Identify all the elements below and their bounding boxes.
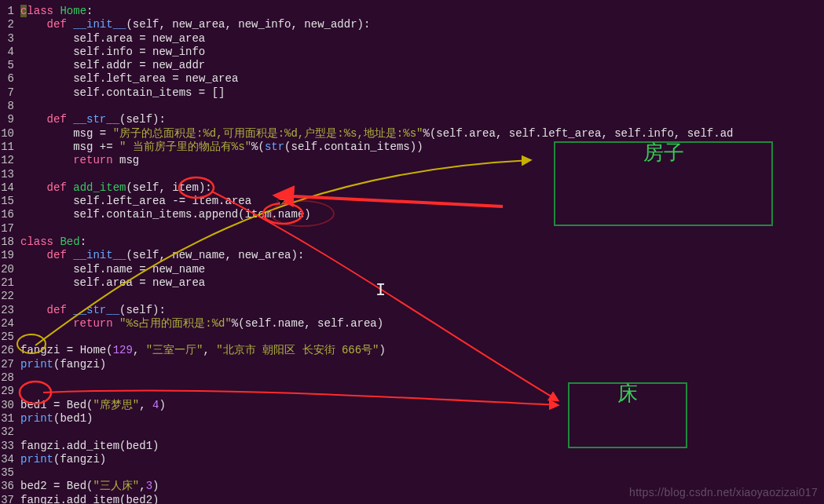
line-number: 6 bbox=[0, 72, 17, 86]
code-line[interactable]: self.contain_items.append(item.name) bbox=[20, 208, 824, 221]
line-number: 20 bbox=[0, 263, 17, 276]
line-number: 3 bbox=[0, 32, 17, 46]
line-number: 1 bbox=[0, 5, 17, 18]
code-line[interactable] bbox=[20, 100, 824, 113]
code-line[interactable]: msg = "房子的总面积是:%d,可用面积是:%d,户型是:%s,地址是:%s… bbox=[20, 127, 824, 141]
code-line[interactable]: self.info = new_info bbox=[20, 46, 824, 59]
code-line[interactable]: return "%s占用的面积是:%d"%(self.name, self.ar… bbox=[20, 317, 824, 331]
line-number: 34 bbox=[0, 453, 17, 466]
line-number: 19 bbox=[0, 249, 17, 262]
code-line[interactable]: class Home: bbox=[20, 5, 824, 18]
line-number: 36 bbox=[0, 480, 17, 493]
line-number: 29 bbox=[0, 385, 17, 398]
code-line[interactable]: fangzi.add_item(bed2) bbox=[20, 494, 824, 504]
line-number: 37 bbox=[0, 494, 17, 504]
code-line[interactable]: def __str__(self): bbox=[20, 304, 824, 317]
code-line[interactable]: class Bed: bbox=[20, 236, 824, 249]
line-number: 35 bbox=[0, 466, 17, 480]
code-line[interactable] bbox=[20, 331, 824, 344]
line-number: 10 bbox=[0, 127, 17, 141]
code-line[interactable]: self.area = new_area bbox=[20, 32, 824, 46]
line-number: 7 bbox=[0, 86, 17, 100]
line-number: 31 bbox=[0, 412, 17, 425]
line-number: 11 bbox=[0, 141, 17, 154]
line-number: 15 bbox=[0, 195, 17, 208]
line-number: 27 bbox=[0, 358, 17, 371]
code-line[interactable] bbox=[20, 425, 824, 439]
code-line[interactable]: bed1 = Bed("席梦思", 4) bbox=[20, 399, 824, 412]
line-number: 23 bbox=[0, 304, 17, 317]
code-line[interactable]: msg += " 当前房子里的物品有%s"%(str(self.contain_… bbox=[20, 141, 824, 154]
code-line[interactable]: self.addr = new_addr bbox=[20, 59, 824, 72]
code-line[interactable]: print(bed1) bbox=[20, 412, 824, 425]
code-line[interactable]: def __init__(self, new_name, new_area): bbox=[20, 249, 824, 262]
line-number: 24 bbox=[0, 317, 17, 331]
line-number: 22 bbox=[0, 290, 17, 303]
line-number: 16 bbox=[0, 208, 17, 221]
line-number: 17 bbox=[0, 222, 17, 236]
line-number: 4 bbox=[0, 46, 17, 59]
line-number: 14 bbox=[0, 181, 17, 195]
code-line[interactable]: fangzi = Home(129, "三室一厅", "北京市 朝阳区 长安街 … bbox=[20, 344, 824, 357]
code-line[interactable] bbox=[20, 371, 824, 385]
code-line[interactable] bbox=[20, 385, 824, 398]
code-editor[interactable]: 1234567891011121314151617181920212223242… bbox=[0, 0, 824, 504]
line-number: 8 bbox=[0, 100, 17, 113]
code-line[interactable]: def add_item(self, item): bbox=[20, 181, 824, 195]
code-line[interactable]: self.area = new_area bbox=[20, 276, 824, 290]
line-number: 32 bbox=[0, 425, 17, 439]
code-line[interactable] bbox=[20, 222, 824, 236]
line-number-gutter: 1234567891011121314151617181920212223242… bbox=[0, 0, 17, 504]
code-line[interactable]: print(fangzi) bbox=[20, 453, 824, 466]
code-line[interactable]: def __init__(self, new_area, new_info, n… bbox=[20, 18, 824, 31]
code-line[interactable]: print(fangzi) bbox=[20, 358, 824, 371]
code-line[interactable]: def __str__(self): bbox=[20, 113, 824, 126]
line-number: 26 bbox=[0, 344, 17, 357]
line-number: 33 bbox=[0, 440, 17, 453]
line-number: 13 bbox=[0, 168, 17, 181]
code-line[interactable] bbox=[20, 290, 824, 303]
line-number: 30 bbox=[0, 399, 17, 412]
code-line[interactable]: self.left_area = new_area bbox=[20, 72, 824, 86]
code-line[interactable]: self.name = new_name bbox=[20, 263, 824, 276]
line-number: 9 bbox=[0, 113, 17, 126]
line-number: 18 bbox=[0, 236, 17, 249]
line-number: 2 bbox=[0, 18, 17, 31]
code-line[interactable] bbox=[20, 168, 824, 181]
line-number: 12 bbox=[0, 154, 17, 167]
line-number: 25 bbox=[0, 331, 17, 344]
code-line[interactable]: self.contain_items = [] bbox=[20, 86, 824, 100]
code-line[interactable]: return msg bbox=[20, 154, 824, 167]
code-line[interactable]: self.left_area -= item.area bbox=[20, 195, 824, 208]
line-number: 21 bbox=[0, 276, 17, 290]
code-line[interactable] bbox=[20, 466, 824, 480]
code-line[interactable]: bed2 = Bed("三人床",3) bbox=[20, 480, 824, 493]
code-area[interactable]: class Home: def __init__(self, new_area,… bbox=[17, 0, 824, 504]
line-number: 28 bbox=[0, 371, 17, 385]
code-line[interactable]: fangzi.add_item(bed1) bbox=[20, 440, 824, 453]
line-number: 5 bbox=[0, 59, 17, 72]
